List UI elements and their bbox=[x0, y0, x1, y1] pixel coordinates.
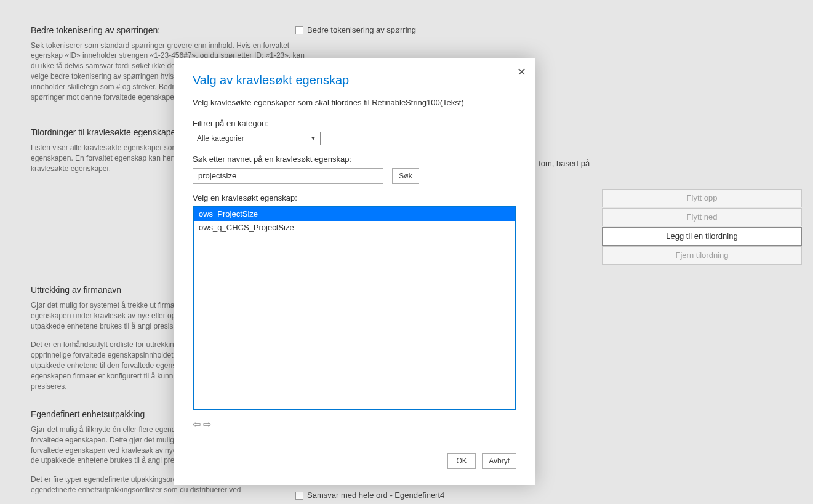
checkbox-icon[interactable] bbox=[295, 492, 303, 500]
search-input[interactable] bbox=[193, 168, 383, 184]
remove-mapping-button[interactable]: Fjern tilordning bbox=[602, 246, 802, 265]
move-up-button[interactable]: Flytt opp bbox=[602, 189, 802, 207]
list-item[interactable]: ows_q_CHCS_ProjectSize bbox=[194, 221, 515, 234]
search-label: Søk etter navnet på en kravlesøkt egensk… bbox=[193, 154, 516, 165]
section1-title: Bedre tokenisering av spørringen: bbox=[31, 25, 314, 37]
whole-word-label: Samsvar med hele ord - Egendefinert4 bbox=[307, 490, 444, 501]
search-button[interactable]: Søk bbox=[392, 168, 419, 184]
category-filter-select[interactable]: Alle kategorier ▼ bbox=[193, 132, 321, 145]
better-tokenization-label: Bedre tokenisering av spørring bbox=[307, 25, 416, 36]
category-filter-value: Alle kategorier bbox=[197, 134, 244, 144]
better-tokenization-checkbox-row[interactable]: Bedre tokenisering av spørring bbox=[295, 25, 800, 36]
whole-word-checkbox-row[interactable]: Samsvar med hele ord - Egendefinert4 bbox=[295, 490, 444, 501]
cancel-button[interactable]: Avbryt bbox=[482, 453, 516, 469]
close-icon[interactable]: ✕ bbox=[517, 66, 526, 78]
ok-button[interactable]: OK bbox=[447, 453, 476, 469]
crawled-property-picker-dialog: ✕ Valg av kravlesøkt egenskap Velg kravl… bbox=[174, 58, 535, 485]
page-prev-icon[interactable]: ⇦ bbox=[193, 418, 201, 431]
truncated-content-text: er tom, basert på bbox=[529, 158, 590, 169]
chevron-down-icon: ▼ bbox=[310, 134, 316, 143]
crawled-property-listbox[interactable]: ows_ProjectSize ows_q_CHCS_ProjectSize bbox=[193, 206, 516, 410]
move-down-button[interactable]: Flytt ned bbox=[602, 208, 802, 226]
dialog-instruction: Velg kravlesøkte egenskaper som skal til… bbox=[193, 97, 516, 108]
category-filter-label: Filtrer på en kategori: bbox=[193, 118, 516, 129]
list-label: Velg en kravlesøkt egenskap: bbox=[193, 193, 516, 204]
dialog-title: Valg av kravlesøkt egenskap bbox=[193, 71, 516, 89]
page-next-icon[interactable]: ⇨ bbox=[203, 418, 211, 431]
checkbox-icon[interactable] bbox=[295, 26, 303, 34]
list-item[interactable]: ows_ProjectSize bbox=[194, 207, 515, 221]
add-mapping-button[interactable]: Legg til en tilordning bbox=[602, 227, 802, 246]
